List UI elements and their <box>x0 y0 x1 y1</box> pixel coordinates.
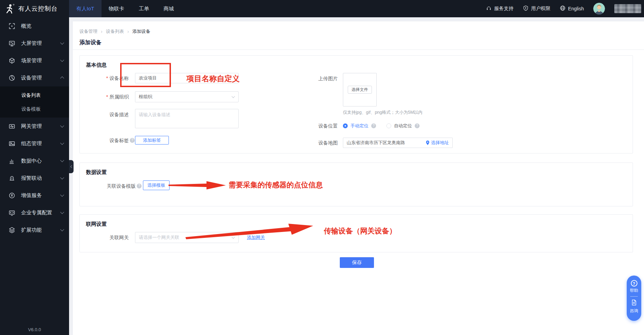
sidebar-item-alarm-linkage[interactable]: 报警联动 <box>0 169 69 187</box>
headset-icon <box>486 5 492 12</box>
sidebar-item-device-list[interactable]: 设备列表 <box>0 88 69 102</box>
sidebar-item-enterprise-config[interactable]: 企业专属配置 <box>0 204 69 221</box>
auto-location-radio[interactable] <box>386 123 391 128</box>
shield-icon <box>523 5 529 12</box>
sidebar-item-data-center[interactable]: 数据中心 <box>0 152 69 169</box>
app-title: 有人云控制台 <box>18 4 58 13</box>
document-icon[interactable] <box>631 299 637 307</box>
gateway-label: 关联网关 <box>80 234 129 241</box>
save-button[interactable]: 保存 <box>340 257 374 268</box>
overview-icon <box>9 23 15 29</box>
sidebar-item-device-mgmt[interactable]: 设备管理 <box>0 69 69 86</box>
basic-info-card: 基本信息 *设备名称 农业项目 *所属组织 根组织 设备描述 请输入设备描述 设… <box>79 55 633 153</box>
sidebar-item-screen-mgmt[interactable]: 大屏管理 <box>0 35 69 52</box>
chevron-down-icon <box>60 210 64 214</box>
globe-icon <box>560 5 566 12</box>
alarm-icon <box>9 175 15 182</box>
language-switcher[interactable]: English <box>560 5 584 12</box>
sidebar-item-value-added[interactable]: 增值服务 <box>0 187 69 204</box>
tab-mall[interactable]: 商城 <box>156 0 181 17</box>
add-tag-button[interactable]: 添加标签 <box>135 136 169 145</box>
device-template-label: 关联设备模版 <box>80 183 136 189</box>
chevron-down-icon <box>60 58 64 62</box>
cube-icon <box>9 57 15 64</box>
service-support[interactable]: 服务支持 <box>486 5 513 12</box>
username-redacted[interactable] <box>614 4 641 13</box>
chevron-down-icon <box>232 235 235 239</box>
divider <box>73 49 644 50</box>
upload-hint: 仅支持jpg、gif、png格式；大小为5M以内 <box>343 110 423 115</box>
sidebar-item-config-mgmt[interactable]: 组态管理 <box>0 135 69 152</box>
chevron-down-icon <box>60 193 64 197</box>
manual-location-radio[interactable] <box>343 123 348 128</box>
logo-area[interactable]: 有人云控制台 <box>0 0 69 17</box>
tab-iot-card[interactable]: 物联卡 <box>102 0 132 17</box>
avatar[interactable] <box>593 3 605 15</box>
breadcrumb-device-mgmt[interactable]: 设备管理 <box>79 28 97 35</box>
select-template-button[interactable]: 选择模板 <box>143 180 170 190</box>
location-radio-group: 手动定位 自动定位 <box>343 122 420 130</box>
auto-location-option[interactable]: 自动定位 <box>394 123 412 129</box>
tags-label: 设备标签 <box>80 136 129 145</box>
version-label: V6.0.0 <box>0 327 69 332</box>
sidebar-collapse-handle[interactable] <box>69 160 74 173</box>
description-label: 设备描述 <box>80 111 129 118</box>
top-header: 有人云控制台 有人IoT 物联卡 工单 商城 服务支持 用户权限 <box>0 0 644 17</box>
choose-address-link[interactable]: 选择地址 <box>426 140 449 146</box>
sidebar-item-extensions[interactable]: 扩展功能 <box>0 221 69 239</box>
bar-chart-icon <box>9 158 15 164</box>
help-button[interactable]: 帮助 <box>630 288 638 294</box>
breadcrumb-separator <box>101 29 103 34</box>
choose-file-button[interactable]: 选择文件 <box>348 86 372 94</box>
top-nav: 有人IoT 物联卡 工单 商城 <box>69 0 181 17</box>
layers-icon <box>9 227 15 233</box>
sidebar-item-overview[interactable]: 概览 <box>0 17 69 35</box>
tab-usr-iot[interactable]: 有人IoT <box>69 0 102 17</box>
section-title-data-settings: 数据设置 <box>86 169 107 176</box>
user-permission[interactable]: 用户权限 <box>523 5 550 12</box>
chevron-down-icon <box>60 141 64 145</box>
upload-dropzone[interactable]: 选择文件 <box>343 73 377 106</box>
chevron-down-icon <box>60 227 64 231</box>
app-window: 有人云控制台 有人IoT 物联卡 工单 商城 服务支持 用户权限 <box>0 0 644 335</box>
help-icon[interactable] <box>137 184 142 188</box>
add-gateway-link[interactable]: 添加网关 <box>247 234 265 241</box>
sidebar-item-scene-mgmt[interactable]: 场景管理 <box>0 52 69 69</box>
help-icon[interactable] <box>130 138 135 143</box>
organization-label: *所属组织 <box>80 93 129 100</box>
breadcrumb-add-device: 添加设备 <box>132 28 150 35</box>
device-map-input[interactable]: 山东省济南市历下区龙奥南路 选择地址 <box>343 138 453 148</box>
device-mgmt-submenu: 设备列表 设备模板 <box>0 86 69 118</box>
sidebar-item-gateway-mgmt[interactable]: 网关管理 <box>0 118 69 135</box>
question-circle-icon[interactable] <box>631 280 637 287</box>
device-name-label: *设备名称 <box>80 75 129 82</box>
page-title: 添加设备 <box>79 39 102 46</box>
device-map-label: 设备地图 <box>269 138 338 148</box>
breadcrumb: 设备管理 设备列表 添加设备 <box>79 28 150 35</box>
big-screen-icon <box>9 40 15 47</box>
gateway-select[interactable]: 请选择一个网关关联 <box>135 232 239 243</box>
sidebar-item-device-template[interactable]: 设备模板 <box>0 102 69 116</box>
chevron-down-icon <box>60 124 64 128</box>
chevron-down-icon <box>60 176 64 179</box>
help-icon[interactable] <box>415 123 420 128</box>
upload-image-label: 上传图片 <box>269 75 338 82</box>
device-location-label: 设备位置 <box>269 122 338 130</box>
description-textarea[interactable]: 请输入设备描述 <box>135 109 239 128</box>
yuan-circle-icon <box>9 192 15 199</box>
organization-select[interactable]: 根组织 <box>135 91 239 102</box>
help-icon[interactable] <box>371 123 376 128</box>
main-content: 设备管理 设备列表 添加设备 添加设备 基本信息 *设备名称 农业项目 *所属组… <box>69 17 644 335</box>
header-right: 服务支持 用户权限 English <box>486 3 644 15</box>
usr-logo-icon <box>4 3 15 14</box>
chevron-down-icon <box>232 95 235 98</box>
consult-button[interactable]: 咨询 <box>630 308 638 314</box>
manual-location-option[interactable]: 手动定位 <box>350 123 368 129</box>
tab-work-order[interactable]: 工单 <box>132 0 156 17</box>
gateway-icon <box>9 123 15 130</box>
breadcrumb-device-list[interactable]: 设备列表 <box>106 28 124 35</box>
annotation-name-note: 项目名称自定义 <box>186 74 240 84</box>
required-asterisk: * <box>106 94 108 100</box>
image-icon <box>9 140 15 147</box>
pie-chart-icon <box>9 75 15 81</box>
